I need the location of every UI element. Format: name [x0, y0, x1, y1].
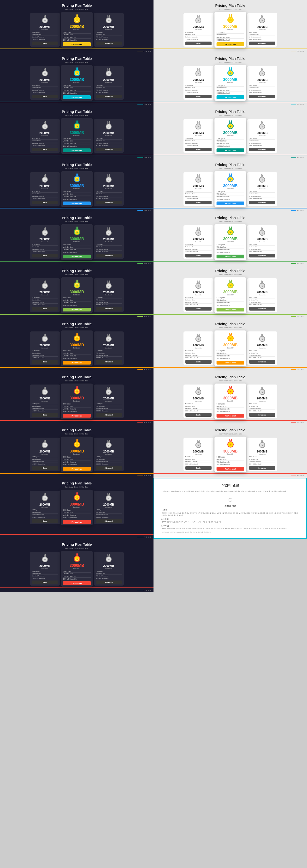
panel-content: Pricing Plan Table Insert Your Great Sub… [0, 159, 154, 208]
plan-button-professional[interactable]: Professional [63, 361, 91, 365]
plan-button-basic[interactable]: Basic [32, 95, 58, 98]
plan-button-advanced[interactable]: Advanced [249, 95, 275, 98]
plan-button-professional[interactable]: Professional [63, 202, 91, 205]
panel-content: Pricing Plan Table Insert Your Great Sub… [154, 0, 307, 49]
plan-button-advanced[interactable]: Advanced [249, 413, 275, 417]
footer-logo: PHENIX [144, 369, 151, 370]
plan-button-professional[interactable]: Professional [63, 149, 91, 152]
plan-button-advanced[interactable]: Advanced [96, 413, 122, 417]
plan-button-professional[interactable]: Professional [63, 467, 91, 471]
plan-button-basic[interactable]: Basic [32, 148, 58, 151]
plan-button-advanced[interactable]: Advanced [96, 360, 122, 364]
footer-row: PHENIX [154, 155, 307, 159]
plan-button-advanced[interactable]: Advanced [249, 466, 275, 470]
plan-button-advanced[interactable]: Advanced [249, 201, 275, 205]
footer-accent [137, 423, 143, 423]
plan-button-basic[interactable]: Basic [185, 95, 211, 98]
title-thin: Plan Table [75, 269, 92, 273]
footer-row: PHENIX [0, 474, 154, 478]
plan-button-professional[interactable]: Professional [216, 202, 244, 205]
plan-button-professional[interactable]: Professional [63, 414, 91, 418]
footer-logo: PHENIX [144, 422, 151, 424]
pricing-title: Pricing Plan Table [158, 322, 302, 326]
plan-button-advanced[interactable]: Advanced [96, 581, 122, 584]
plan-button-basic[interactable]: Basic [185, 201, 211, 205]
svg-marker-230 [229, 386, 230, 389]
plan-button-basic[interactable]: Basic [185, 466, 211, 470]
plan-button-professional[interactable]: Professional [216, 308, 244, 311]
cards-container: ★ 2000MB Bandwidth 5 GB Space Unlimited … [5, 66, 149, 100]
pricing-card-professional: ★ 3000MB Bandwidth 5 GB Space Unlimited … [214, 224, 246, 260]
plan-button-advanced[interactable]: Advanced [96, 95, 122, 98]
svg-text:★: ★ [76, 19, 78, 21]
plan-button-advanced[interactable]: Advanced [96, 519, 122, 523]
plan-button-basic[interactable]: Basic [32, 581, 58, 584]
plan-button-professional[interactable]: Professional [63, 520, 91, 524]
plan-button-advanced[interactable]: Advanced [96, 307, 122, 311]
svg-marker-1 [45, 15, 46, 18]
footer-accent [291, 423, 296, 423]
plan-button-professional[interactable]: Professional [216, 414, 244, 418]
plan-button-advanced[interactable]: Advanced [249, 254, 275, 257]
pricing-subtitle: Insert Your Great Subtitle Here [158, 115, 302, 116]
svg-marker-5 [75, 14, 77, 17]
plan-button-advanced[interactable]: Advanced [96, 254, 122, 257]
plan-button-professional[interactable]: Professional [216, 467, 244, 471]
plan-button-basic[interactable]: Basic [185, 254, 211, 257]
plan-button-advanced[interactable]: Advanced [249, 360, 275, 364]
plan-button-professional[interactable]: Professional [63, 95, 91, 99]
plan-button-professional[interactable]: Professional [216, 95, 244, 99]
section1-title: 1. 폰트 [162, 509, 299, 512]
plan-button-basic[interactable]: Basic [185, 41, 211, 45]
svg-marker-105 [197, 174, 198, 177]
plan-button-advanced[interactable]: Advanced [96, 466, 122, 470]
plan-button-professional[interactable]: Professional [63, 308, 91, 311]
section3-title: 3. 아이콘 [162, 525, 299, 527]
plan-button-advanced[interactable]: Advanced [249, 148, 275, 151]
plan-button-advanced[interactable]: Advanced [96, 201, 122, 205]
title-thin: Plan Table [229, 57, 245, 61]
pricing-card-advanced: ★ 2000MB Bandwidth 5 GB Space Unlimited … [247, 384, 277, 418]
pricing-subtitle: Insert Your Great Subtitle Here [5, 433, 149, 435]
plan-button-basic[interactable]: Basic [185, 413, 211, 417]
plan-button-professional[interactable]: Professional [216, 255, 244, 258]
footer-accent [137, 475, 143, 476]
plan-button-professional[interactable]: Professional [63, 42, 91, 46]
svg-marker-225 [197, 387, 198, 389]
pricing-card-basic: ★ 2000MB Bandwidth 5 GB Space Unlimited … [183, 66, 213, 100]
plan-button-basic[interactable]: Basic [185, 148, 211, 151]
thank-you-p1: 안녕하세요. 구매해 주셔서 정말 감사합니다. 불편하신 점이 있으시면 언제… [162, 490, 299, 493]
plan-button-basic[interactable]: Basic [32, 307, 58, 311]
plan-button-advanced[interactable]: Advanced [249, 41, 275, 45]
panel-content: Pricing Plan Table Insert Your Great Sub… [154, 425, 307, 473]
plan-button-professional[interactable]: Professional [216, 149, 244, 152]
plan-button-basic[interactable]: Basic [185, 307, 211, 311]
plan-button-advanced[interactable]: Advanced [96, 41, 122, 45]
svg-marker-261 [230, 439, 232, 441]
plan-button-basic[interactable]: Basic [32, 519, 58, 523]
plan-button-basic[interactable]: Basic [185, 360, 211, 364]
footer-logo: PHENIX [297, 103, 305, 105]
svg-marker-21 [230, 14, 232, 17]
pricing-title: Pricing Plan Table [5, 269, 149, 273]
plan-button-basic[interactable]: Basic [32, 466, 58, 470]
pricing-subtitle: Insert Your Great Subtitle Here [158, 61, 302, 63]
plan-button-professional[interactable]: Professional [63, 581, 91, 585]
plan-button-professional[interactable]: Professional [216, 361, 244, 365]
plan-button-basic[interactable]: Basic [32, 360, 58, 364]
pricing-card-professional: ★ 3000MB Bandwidth 5 GB Space Unlimited … [61, 171, 93, 207]
plan-button-professional[interactable]: Professional [216, 42, 244, 46]
plan-button-professional[interactable]: Professional [63, 255, 91, 258]
svg-marker-271 [45, 493, 46, 495]
plan-button-basic[interactable]: Basic [32, 41, 58, 45]
plan-button-basic[interactable]: Basic [32, 413, 58, 417]
plan-button-advanced[interactable]: Advanced [96, 148, 122, 151]
footer-logo: PHENIX [144, 263, 151, 264]
plan-button-basic[interactable]: Basic [32, 254, 58, 257]
footer-row: PHENIX [0, 261, 154, 266]
plan-button-advanced[interactable]: Advanced [249, 307, 275, 311]
plan-button-basic[interactable]: Basic [32, 201, 58, 205]
footer-logo: PHENIX [297, 210, 305, 211]
pricing-card-advanced: ★ 2000MB Bandwidth 5 GB Space Unlimited … [247, 438, 277, 471]
pricing-title: Pricing Plan Table [5, 163, 149, 167]
